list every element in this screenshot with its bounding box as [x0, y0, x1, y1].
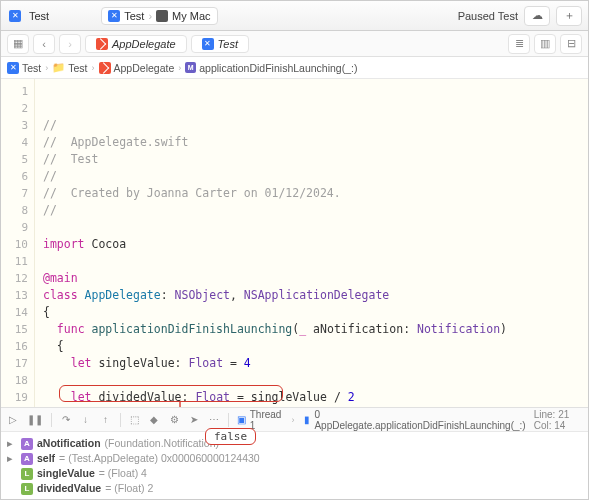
toggle-breakpoints-button[interactable]: ▷	[7, 414, 19, 425]
plus-icon: ＋	[564, 8, 575, 23]
location-button[interactable]: ➤	[188, 414, 200, 425]
debug-view-button[interactable]: ⬚	[128, 414, 140, 425]
destination-label: My Mac	[172, 10, 211, 22]
arg-badge-icon: A	[21, 438, 33, 450]
thread-icon: ▣	[237, 414, 246, 425]
debug-bar: ▷ ❚❚ ↷ ↓ ↑ ⬚ ◆ ⚙ ➤ ⋯ ▣ Thread 1 › ▮ 0 Ap…	[1, 407, 588, 431]
related-items-button[interactable]: ▦	[7, 34, 29, 54]
project-icon: ✕	[7, 62, 19, 74]
chevron-left-icon: ‹	[42, 38, 46, 50]
split-icon: ▥	[540, 37, 550, 50]
scheme-label: Test	[124, 10, 144, 22]
var-row[interactable]: ▸ A self = (Test.AppDelegate) 0x00006000…	[7, 451, 582, 466]
chevron-icon: ›	[176, 63, 183, 73]
cloud-button[interactable]: ☁	[524, 6, 550, 26]
frame-selector[interactable]: ▮ 0 AppDelegate.applicationDidFinishLaun…	[304, 409, 525, 431]
step-out-button[interactable]: ↑	[100, 414, 112, 425]
swift-icon	[99, 62, 111, 74]
mac-icon	[156, 10, 168, 22]
project-icon: ✕	[202, 38, 214, 50]
local-badge-icon: L	[21, 483, 33, 495]
minimap-button[interactable]: ⊟	[560, 34, 582, 54]
method-icon: M	[185, 62, 196, 73]
cursor-position: Line: 21 Col: 14	[534, 409, 582, 431]
scheme-selector[interactable]: ✕ Test › My Mac	[101, 7, 217, 25]
tab-label: Test	[218, 38, 238, 50]
callout-result: false	[205, 428, 256, 445]
chevron-icon: ›	[43, 63, 50, 73]
step-into-button[interactable]: ↓	[80, 414, 92, 425]
crumb-symbol[interactable]: M applicationDidFinishLaunching(_:)	[185, 62, 357, 74]
frame-icon: ▮	[304, 414, 310, 425]
forward-button[interactable]: ›	[59, 34, 81, 54]
add-button[interactable]: ＋	[556, 6, 582, 26]
var-row[interactable]: ▸ A aNotification (Foundation.Notificati…	[7, 436, 582, 451]
var-row[interactable]: L dividedValue = (Float) 2	[7, 481, 582, 496]
code-editor[interactable]: 123 456 789 101112 131415 161718 1920 21…	[1, 79, 588, 407]
tab-label: AppDelegate	[112, 38, 176, 50]
chevron-right-icon: ›	[148, 10, 152, 22]
arg-badge-icon: A	[21, 453, 33, 465]
title-toolbar: ✕ Test ✕ Test › My Mac Paused Test ☁ ＋	[1, 1, 588, 31]
project-title: Test	[29, 10, 49, 22]
breadcrumb: ✕ Test › 📁 Test › AppDelegate › M applic…	[1, 57, 588, 79]
pause-button[interactable]: ❚❚	[27, 414, 43, 425]
code-content[interactable]: Thread 1: breakpoint 1.1 (1) // // AppDe…	[35, 79, 588, 407]
more-button[interactable]: ⋯	[208, 414, 220, 425]
lines-icon: ≣	[515, 37, 524, 50]
chevron-right-icon: ›	[68, 38, 72, 50]
disclosure-icon[interactable]: ▸	[7, 436, 17, 451]
line-gutter[interactable]: 123 456 789 101112 131415 161718 1920 21…	[1, 79, 35, 407]
back-button[interactable]: ‹	[33, 34, 55, 54]
var-row[interactable]: L singleValue = (Float) 4	[7, 466, 582, 481]
local-badge-icon: L	[21, 468, 33, 480]
adjust-editor-button[interactable]: ≣	[508, 34, 530, 54]
memory-graph-button[interactable]: ◆	[148, 414, 160, 425]
crumb-folder[interactable]: 📁 Test	[52, 61, 87, 74]
step-over-button[interactable]: ↷	[60, 414, 72, 425]
folder-icon: 📁	[52, 61, 65, 74]
project-icon: ✕	[7, 8, 23, 24]
minimap-icon: ⊟	[567, 37, 576, 50]
tab-appdelegate[interactable]: AppDelegate	[85, 35, 187, 53]
crumb-project[interactable]: ✕ Test	[7, 62, 41, 74]
split-editor-button[interactable]: ▥	[534, 34, 556, 54]
crumb-file[interactable]: AppDelegate	[99, 62, 175, 74]
disclosure-icon[interactable]: ▸	[7, 451, 17, 466]
cloud-icon: ☁	[532, 9, 543, 22]
run-status: Paused Test	[458, 10, 518, 22]
scheme-icon: ✕	[108, 10, 120, 22]
chevron-icon: ›	[90, 63, 97, 73]
env-overrides-button[interactable]: ⚙	[168, 414, 180, 425]
swift-icon	[96, 38, 108, 50]
tab-test[interactable]: ✕ Test	[191, 35, 249, 53]
editor-nav: ▦ ‹ › AppDelegate ✕ Test ≣ ▥ ⊟	[1, 31, 588, 57]
variables-view: ▸ A aNotification (Foundation.Notificati…	[1, 431, 588, 499]
grid-icon: ▦	[13, 37, 23, 50]
